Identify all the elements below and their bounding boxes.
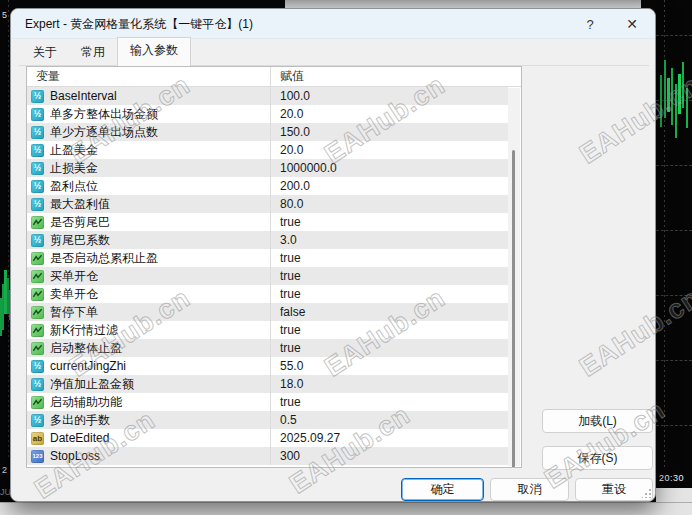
- param-name: 买单开仓: [50, 268, 98, 285]
- param-name-cell: ½BaseInterval: [27, 87, 270, 105]
- param-name: 剪尾巴系数: [50, 232, 110, 249]
- table-row[interactable]: abDateEdited2025.09.27: [27, 429, 508, 447]
- param-name: 盈利点位: [50, 178, 98, 195]
- param-name-cell: ½最大盈利值: [27, 195, 270, 213]
- save-button[interactable]: 保存(S): [542, 446, 653, 470]
- parameter-table: 变量 赋值 ½BaseInterval100.0½单多方整体出场金额20.0½单…: [26, 66, 522, 468]
- chart-grid-hline: [656, 295, 692, 296]
- param-type-bool-icon: [31, 396, 44, 409]
- param-value-cell[interactable]: 300: [270, 447, 508, 465]
- param-name-cell: 买单开仓: [27, 267, 270, 285]
- background-toolbar-strip: [285, 0, 641, 8]
- param-value-cell[interactable]: 20.0: [270, 141, 508, 159]
- param-name-cell: 启动辅助功能: [27, 393, 270, 411]
- candlestick: [667, 78, 670, 112]
- param-type-bool-icon: [31, 216, 44, 229]
- dialog-titlebar[interactable]: Expert - 黄金网格量化系统【一键平仓】(1) ? ✕: [11, 9, 655, 39]
- chart-grid-hline: [656, 425, 692, 426]
- param-value-cell[interactable]: true: [270, 285, 508, 303]
- ok-button[interactable]: 确定: [401, 478, 484, 501]
- param-value-cell[interactable]: true: [270, 249, 508, 267]
- scrollbar-track[interactable]: [508, 88, 520, 466]
- scrollbar-thumb[interactable]: [512, 150, 515, 468]
- param-value-cell[interactable]: true: [270, 321, 508, 339]
- table-row[interactable]: ½多出的手数0.5: [27, 411, 508, 429]
- param-name-cell: ½单多方整体出场金额: [27, 105, 270, 123]
- param-type-bool-icon: [31, 252, 44, 265]
- param-name-cell: 卖单开仓: [27, 285, 270, 303]
- chart-grid-hline: [656, 165, 692, 166]
- load-button[interactable]: 加载(L): [542, 409, 653, 433]
- param-name-cell: ½多出的手数: [27, 411, 270, 429]
- candlestick: [664, 60, 666, 118]
- param-name-cell: ½止盈美金: [27, 141, 270, 159]
- chart-footer-strip: [656, 488, 692, 502]
- param-value-cell[interactable]: true: [270, 339, 508, 357]
- param-name: 启动辅助功能: [50, 394, 122, 411]
- param-value-cell[interactable]: 150.0: [270, 123, 508, 141]
- table-row[interactable]: 暂停下单false: [27, 303, 508, 321]
- param-value-cell[interactable]: 200.0: [270, 177, 508, 195]
- table-row[interactable]: 新K行情过滤true: [27, 321, 508, 339]
- param-type-double-icon: ½: [31, 360, 44, 373]
- param-name-cell: 是否启动总累积止盈: [27, 249, 270, 267]
- table-row[interactable]: ½止损美金1000000.0: [27, 159, 508, 177]
- param-type-double-icon: ½: [31, 90, 44, 103]
- tab-common[interactable]: 常用: [69, 40, 117, 66]
- param-name-cell: 新K行情过滤: [27, 321, 270, 339]
- column-header-variable[interactable]: 变量: [27, 67, 270, 86]
- param-value-cell[interactable]: true: [270, 213, 508, 231]
- column-header-value[interactable]: 赋值: [270, 67, 521, 86]
- param-value-cell[interactable]: 18.0: [270, 375, 508, 393]
- param-type-bool-icon: [31, 270, 44, 283]
- param-name-cell: ½剪尾巴系数: [27, 231, 270, 249]
- table-row[interactable]: ½单少方逐单出场点数150.0: [27, 123, 508, 141]
- help-button[interactable]: ?: [577, 12, 603, 36]
- cancel-button[interactable]: 取消: [490, 478, 569, 501]
- table-row[interactable]: ½剪尾巴系数3.0: [27, 231, 508, 249]
- param-table-body: ½BaseInterval100.0½单多方整体出场金额20.0½单少方逐单出场…: [27, 87, 521, 465]
- table-row[interactable]: ½currentJingZhi55.0: [27, 357, 508, 375]
- candlestick: [682, 62, 684, 108]
- close-icon[interactable]: ✕: [619, 12, 645, 36]
- chart-background-right: 20:30: [656, 0, 692, 502]
- param-name-cell: 启动整体止盈: [27, 339, 270, 357]
- param-value-cell[interactable]: 80.0: [270, 195, 508, 213]
- param-value-cell[interactable]: true: [270, 267, 508, 285]
- param-value-cell[interactable]: 55.0: [270, 357, 508, 375]
- param-type-double-icon: ½: [31, 144, 44, 157]
- table-row[interactable]: 卖单开仓true: [27, 285, 508, 303]
- param-value-cell[interactable]: 3.0: [270, 231, 508, 249]
- table-row[interactable]: ½盈利点位200.0: [27, 177, 508, 195]
- table-row[interactable]: 启动整体止盈true: [27, 339, 508, 357]
- table-row[interactable]: 123StopLoss300: [27, 447, 508, 465]
- table-row[interactable]: ½单多方整体出场金额20.0: [27, 105, 508, 123]
- table-row[interactable]: 是否剪尾巴true: [27, 213, 508, 231]
- table-row[interactable]: 买单开仓true: [27, 267, 508, 285]
- param-name: 最大盈利值: [50, 196, 110, 213]
- param-type-double-icon: ½: [31, 126, 44, 139]
- table-row[interactable]: 是否启动总累积止盈true: [27, 249, 508, 267]
- table-row[interactable]: ½最大盈利值80.0: [27, 195, 508, 213]
- param-name: 是否启动总累积止盈: [50, 250, 158, 267]
- table-row[interactable]: ½BaseInterval100.0: [27, 87, 508, 105]
- param-value-cell[interactable]: 100.0: [270, 87, 508, 105]
- param-value-cell[interactable]: 0.5: [270, 411, 508, 429]
- table-row[interactable]: ½净值加止盈金额18.0: [27, 375, 508, 393]
- table-row[interactable]: 启动辅助功能true: [27, 393, 508, 411]
- tab-bar: 关于 常用 输入参数: [21, 42, 191, 66]
- param-name: 新K行情过滤: [50, 322, 118, 339]
- param-name: 暂停下单: [50, 304, 98, 321]
- param-value-cell[interactable]: 1000000.0: [270, 159, 508, 177]
- param-value-cell[interactable]: false: [270, 303, 508, 321]
- tab-about[interactable]: 关于: [21, 40, 69, 66]
- param-name: currentJingZhi: [50, 359, 126, 373]
- param-type-bool-icon: [31, 324, 44, 337]
- param-value-cell[interactable]: 20.0: [270, 105, 508, 123]
- param-type-double-icon: ½: [31, 108, 44, 121]
- param-value-cell[interactable]: 2025.09.27: [270, 429, 508, 447]
- param-value-cell[interactable]: true: [270, 393, 508, 411]
- tab-inputs[interactable]: 输入参数: [117, 37, 191, 66]
- resize-grip-icon[interactable]: [642, 489, 651, 498]
- table-row[interactable]: ½止盈美金20.0: [27, 141, 508, 159]
